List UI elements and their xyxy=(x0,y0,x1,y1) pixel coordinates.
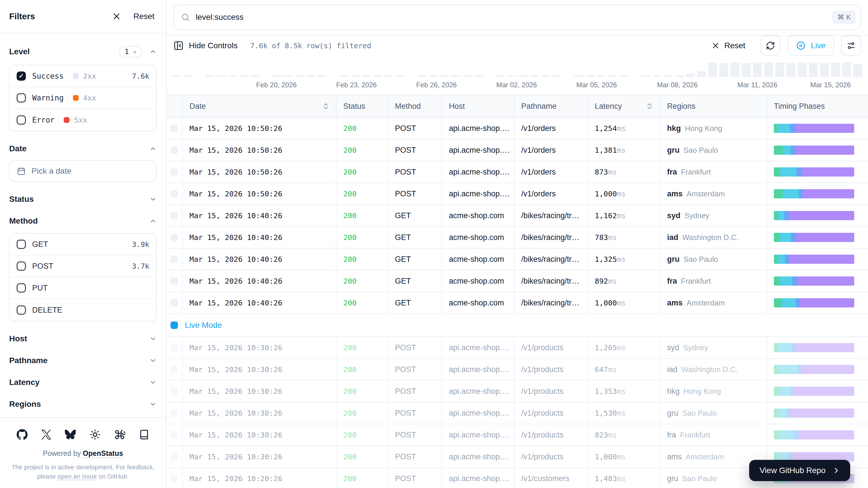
filter-option-row[interactable]: PUT xyxy=(10,277,156,299)
table-row[interactable]: Mar 15, 2026 10:40:26 200 GET acme-shop.… xyxy=(166,270,868,292)
bluesky-icon[interactable] xyxy=(65,430,76,439)
x-twitter-icon[interactable] xyxy=(41,430,51,439)
histogram-bar[interactable] xyxy=(663,75,673,77)
checkbox[interactable] xyxy=(17,115,26,125)
chevron-up-icon[interactable] xyxy=(149,217,157,225)
collapsed-section-header[interactable]: Regions xyxy=(9,400,157,409)
github-icon[interactable] xyxy=(17,429,28,440)
header-checkbox-cell[interactable] xyxy=(166,95,183,117)
table-row[interactable]: Mar 15, 2026 10:30:26 200 POST api.acme-… xyxy=(166,380,868,402)
table-row[interactable]: Mar 15, 2026 10:50:26 200 POST api.acme-… xyxy=(166,161,868,183)
histogram-bar[interactable] xyxy=(518,75,527,77)
histogram-bar[interactable] xyxy=(452,75,460,77)
histogram-bar[interactable] xyxy=(239,75,248,77)
checkbox[interactable] xyxy=(17,305,26,315)
row-checkbox[interactable] xyxy=(170,299,178,307)
histogram-bar[interactable] xyxy=(317,75,327,77)
histogram-bar[interactable] xyxy=(742,63,751,77)
histogram-bar[interactable] xyxy=(686,73,695,77)
row-checkbox[interactable] xyxy=(170,255,178,263)
histogram-bar[interactable] xyxy=(440,75,449,77)
filter-option-row[interactable]: Error 5xx xyxy=(10,109,156,131)
histogram-bar[interactable] xyxy=(273,75,282,77)
row-checkbox[interactable] xyxy=(170,409,178,417)
histogram-bar[interactable] xyxy=(362,75,371,77)
histogram-bar[interactable] xyxy=(295,75,304,77)
histogram-bar[interactable] xyxy=(675,75,684,77)
header-regions[interactable]: Regions xyxy=(660,95,767,117)
filter-option-row[interactable]: ✓ Success 2xx 7.6k xyxy=(10,65,156,87)
row-checkbox[interactable] xyxy=(170,212,178,219)
checkbox[interactable] xyxy=(17,240,26,249)
checkbox[interactable] xyxy=(17,283,26,293)
row-checkbox[interactable] xyxy=(170,277,178,285)
hide-controls-button[interactable]: Hide Controls xyxy=(174,40,238,51)
header-status[interactable]: Status xyxy=(336,95,388,117)
histogram-bar[interactable] xyxy=(575,75,583,77)
open-issue-link[interactable]: open an issue xyxy=(57,473,97,480)
histogram-bar[interactable] xyxy=(284,75,293,77)
chevron-down-icon[interactable] xyxy=(149,400,157,408)
histogram-bar[interactable] xyxy=(753,63,762,77)
toolbar-reset-button[interactable]: Reset xyxy=(712,41,745,50)
table-row[interactable]: Mar 15, 2026 10:50:26 200 POST api.acme-… xyxy=(166,118,868,140)
histogram-bar[interactable] xyxy=(474,75,483,77)
histogram-bar[interactable] xyxy=(396,75,404,77)
table-row[interactable]: Mar 15, 2026 10:40:26 200 GET acme-shop.… xyxy=(166,249,868,270)
table-row[interactable]: Mar 15, 2026 10:50:26 200 POST api.acme-… xyxy=(166,140,868,161)
histogram-bar[interactable] xyxy=(172,75,181,77)
histogram-bar[interactable] xyxy=(697,71,706,77)
histogram-bar[interactable] xyxy=(530,75,538,77)
histogram-bar[interactable] xyxy=(429,75,438,77)
histogram-bar[interactable] xyxy=(306,75,315,77)
histogram-bar[interactable] xyxy=(586,75,594,77)
table-row[interactable]: Mar 15, 2026 10:30:26 200 POST api.acme-… xyxy=(166,359,868,380)
collapsed-section-header[interactable]: Pathname xyxy=(9,356,157,365)
live-button[interactable]: Live xyxy=(787,36,834,56)
histogram-bar[interactable] xyxy=(842,63,851,77)
checkbox[interactable] xyxy=(17,93,26,102)
checkbox[interactable] xyxy=(17,262,26,271)
close-icon[interactable]: × xyxy=(133,48,136,55)
filter-option-row[interactable]: Warning 4xx xyxy=(10,87,156,109)
chevron-up-icon[interactable] xyxy=(149,48,157,55)
table-row[interactable]: Mar 15, 2026 10:30:26 200 POST api.acme-… xyxy=(166,337,868,359)
histogram-bar[interactable] xyxy=(351,75,360,77)
histogram-bar[interactable] xyxy=(831,63,840,77)
row-checkbox[interactable] xyxy=(170,190,178,197)
row-checkbox[interactable] xyxy=(170,146,178,154)
live-mode-row[interactable]: Live Mode xyxy=(166,314,868,337)
row-checkbox[interactable] xyxy=(170,453,178,460)
table-row[interactable]: Mar 15, 2026 10:40:26 200 GET acme-shop.… xyxy=(166,205,868,227)
histogram-bar[interactable] xyxy=(820,63,829,77)
row-checkbox[interactable] xyxy=(170,234,178,241)
row-checkbox[interactable] xyxy=(170,431,178,438)
row-checkbox[interactable] xyxy=(170,475,178,482)
header-method[interactable]: Method xyxy=(388,95,442,117)
histogram-bar[interactable] xyxy=(183,75,192,77)
table-row[interactable]: Mar 15, 2026 10:30:26 200 POST api.acme-… xyxy=(166,402,868,424)
table-row[interactable]: Mar 15, 2026 10:40:26 200 GET acme-shop.… xyxy=(166,227,868,249)
row-checkbox[interactable] xyxy=(170,366,178,373)
histogram-bar[interactable] xyxy=(250,75,259,77)
header-date[interactable]: Date xyxy=(183,95,336,117)
search-input[interactable]: level:success ⌘ K xyxy=(174,5,861,30)
checkbox[interactable]: ✓ xyxy=(17,71,26,81)
header-timing[interactable]: Timing Phases xyxy=(767,95,868,117)
filter-option-row[interactable]: POST 3.7k xyxy=(10,255,156,277)
chevron-down-icon[interactable] xyxy=(149,195,157,203)
histogram-bar[interactable] xyxy=(775,63,784,77)
histogram-bar[interactable] xyxy=(217,75,226,77)
histogram-bar[interactable] xyxy=(731,63,739,77)
collapsed-section-header[interactable]: Host xyxy=(9,334,157,343)
histogram-bar[interactable] xyxy=(384,75,393,77)
chevron-down-icon[interactable] xyxy=(149,335,157,342)
row-checkbox[interactable] xyxy=(170,388,178,395)
row-checkbox[interactable] xyxy=(170,168,178,176)
filter-option-row[interactable]: GET 3.9k xyxy=(10,234,156,255)
collapsed-section-header[interactable]: Latency xyxy=(9,378,157,387)
header-host[interactable]: Host xyxy=(442,95,515,117)
histogram-bar[interactable] xyxy=(541,75,550,77)
histogram-bar[interactable] xyxy=(418,75,427,77)
histogram-bar[interactable] xyxy=(228,75,237,77)
